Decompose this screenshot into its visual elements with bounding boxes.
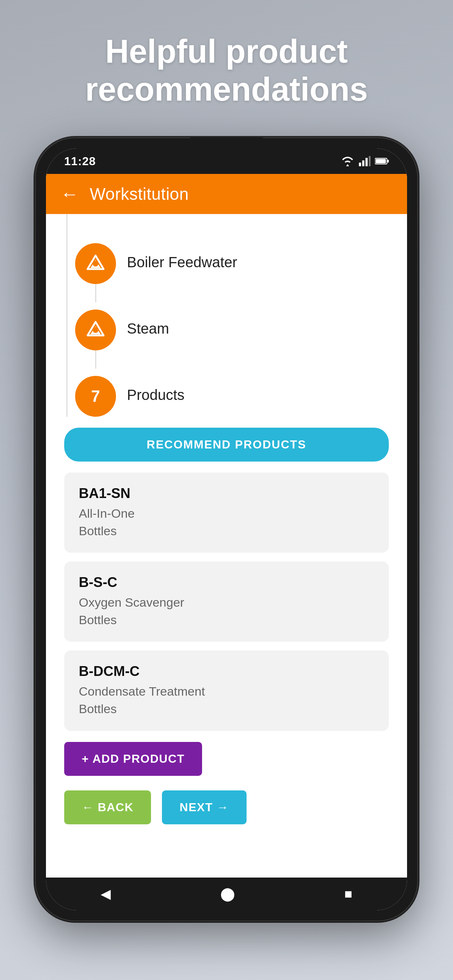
- steam-label: Steam: [127, 302, 169, 337]
- nav-buttons: ← BACK NEXT →: [64, 791, 389, 824]
- products-number: 7: [91, 387, 100, 406]
- svg-rect-0: [359, 162, 361, 166]
- connector-2: [95, 350, 96, 369]
- headline-line1: Helpful product: [105, 33, 348, 70]
- add-product-button[interactable]: + ADD PRODUCT: [64, 742, 202, 776]
- back-nav-button[interactable]: ← BACK: [64, 791, 151, 824]
- phone-shell: 11:28: [35, 137, 418, 921]
- product-name-b-dcm-c: B-DCM-C: [79, 663, 374, 679]
- timeline: Boiler Feedwater Steam: [46, 214, 407, 417]
- recommend-products-button[interactable]: RECOMMEND PRODUCTS: [64, 428, 389, 461]
- status-time: 11:28: [64, 154, 96, 168]
- nav-back-icon[interactable]: ◀: [100, 886, 111, 902]
- svg-rect-6: [376, 159, 386, 163]
- next-nav-button[interactable]: NEXT →: [162, 791, 246, 824]
- timeline-item-products[interactable]: 7 Products: [75, 369, 389, 417]
- content-area: Boiler Feedwater Steam: [46, 214, 407, 878]
- svg-rect-3: [369, 156, 370, 166]
- products-section: RECOMMEND PRODUCTS BA1-SN All-In-One Bot…: [46, 428, 407, 824]
- product-desc-b-s-c: Oxygen Scavenger Bottles: [79, 594, 374, 628]
- phone-notch: [190, 137, 263, 151]
- page-background: Helpful product recommendations 11:28: [35, 0, 418, 921]
- headline-line2: recommendations: [85, 71, 368, 108]
- app-bar-title: Workstitution: [90, 184, 189, 204]
- product-card-b-dcm-c[interactable]: B-DCM-C Condensate Treatment Bottles: [64, 651, 389, 730]
- timeline-item-boiler[interactable]: Boiler Feedwater: [75, 236, 389, 284]
- timeline-circle-boiler: [75, 243, 116, 284]
- timeline-vertical-line: [66, 214, 67, 417]
- timeline-circle-steam: [75, 310, 116, 350]
- phone-screen: 11:28: [46, 148, 407, 910]
- boiler-feedwater-label: Boiler Feedwater: [127, 236, 237, 270]
- wifi-icon: [341, 156, 354, 166]
- page-headline: Helpful product recommendations: [35, 33, 418, 108]
- workstitution-icon-boiler: [85, 253, 107, 275]
- status-bar: 11:28: [46, 148, 407, 174]
- svg-point-12: [93, 327, 99, 333]
- nav-home-icon[interactable]: ⬤: [220, 886, 235, 902]
- product-desc-b-dcm-c: Condensate Treatment Bottles: [79, 683, 374, 718]
- timeline-circle-products: 7: [75, 376, 116, 417]
- svg-rect-2: [365, 158, 368, 166]
- product-card-b-s-c[interactable]: B-S-C Oxygen Scavenger Bottles: [64, 562, 389, 642]
- nav-recents-icon[interactable]: ■: [344, 886, 353, 902]
- product-card-ba1-sn[interactable]: BA1-SN All-In-One Bottles: [64, 473, 389, 553]
- signal-icon: [359, 156, 370, 166]
- svg-rect-1: [362, 161, 364, 166]
- svg-rect-5: [388, 160, 389, 162]
- app-bar: ← Workstitution: [46, 174, 407, 214]
- timeline-item-steam[interactable]: Steam: [75, 302, 389, 350]
- status-icons: [341, 156, 389, 166]
- product-name-b-s-c: B-S-C: [79, 574, 374, 590]
- battery-icon: [375, 157, 389, 165]
- product-desc-ba1-sn: All-In-One Bottles: [79, 505, 374, 539]
- svg-point-9: [93, 261, 99, 267]
- products-label: Products: [127, 369, 185, 403]
- back-button[interactable]: ←: [61, 185, 79, 203]
- workstitution-icon-steam: [85, 319, 107, 341]
- connector-1: [95, 284, 96, 302]
- product-name-ba1-sn: BA1-SN: [79, 485, 374, 501]
- bottom-nav: ◀ ⬤ ■: [46, 878, 407, 910]
